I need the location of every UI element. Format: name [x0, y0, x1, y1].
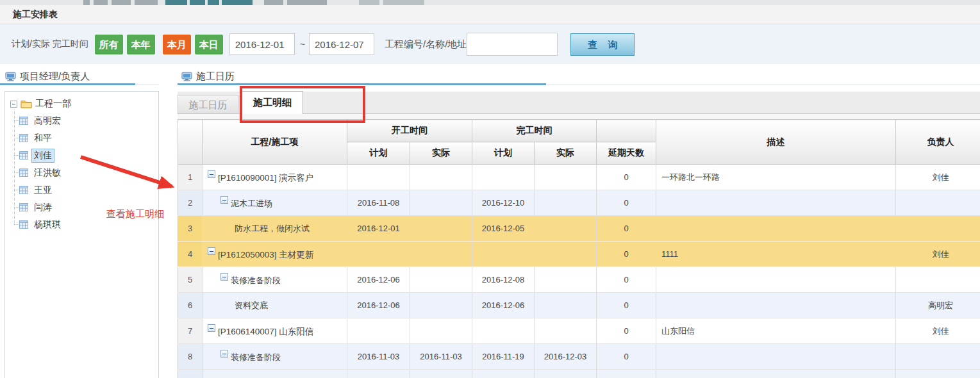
filter-all-button[interactable]: 所有 — [95, 35, 123, 54]
collapse-icon[interactable] — [208, 170, 215, 178]
tree-item-liujia[interactable]: 刘佳 — [19, 147, 158, 164]
col-header-desc: 描述 — [656, 120, 896, 165]
finish-time-filter-label: 计划/实际 完工时间 — [12, 38, 88, 50]
col-header-owner: 负责人 — [896, 120, 980, 165]
table-row[interactable]: 5 装修准备阶段 2016-12-06 2016-12-08 0 — [178, 267, 980, 293]
col-header-finish-plan: 计划 — [472, 142, 535, 165]
folder-icon — [21, 99, 32, 108]
collapse-icon[interactable] — [10, 101, 17, 108]
table-row-highlighted[interactable]: 3 防水工程，做闭水试 2016-12-01 2016-12-05 0 — [178, 216, 980, 242]
col-header-delay-spacer — [597, 120, 656, 142]
tab-construction-detail[interactable]: 施工明细 — [242, 91, 303, 114]
table-node-icon — [19, 203, 28, 211]
tree-item-gaominghong[interactable]: 高明宏 — [19, 112, 158, 129]
col-header-name: 工程/施工项 — [203, 120, 347, 165]
annotation-view-detail-text: 查看施工明细 — [106, 208, 164, 220]
filter-this-year-button[interactable]: 本年 — [127, 35, 155, 54]
col-header-start-plan: 计划 — [347, 142, 410, 165]
table-node-icon — [19, 168, 28, 177]
date-from-input[interactable] — [229, 33, 295, 55]
filter-bar: 计划/实际 完工时间 所有 本年 本月 本日 ~ 工程编号/名称/地址 查 询 — [0, 24, 980, 64]
table-node-icon — [19, 220, 28, 229]
table-header-row-1: 工程/施工项 开工时间 完工时间 描述 负责人 — [178, 120, 980, 142]
main-panel-header: 施工日历 — [181, 70, 235, 83]
table-row[interactable]: 1 [P1610090001] 演示客户 0 一环路北一环路 刘佳 — [178, 165, 980, 190]
table-row[interactable]: 2 泥木工进场 2016-11-08 2016-12-10 0 — [178, 190, 980, 216]
table-row-partial — [178, 370, 980, 378]
tree-item-wanghongmin[interactable]: 汪洪敏 — [19, 164, 158, 181]
col-header-finish-actual: 实际 — [535, 142, 597, 165]
table-node-icon — [19, 186, 28, 194]
main-panel-title: 施工日历 — [196, 70, 235, 83]
table-node-icon — [19, 134, 28, 142]
project-manager-tree: 工程一部 高明宏 和平 刘佳 汪洪敏 王亚 — [4, 91, 159, 378]
tree-item-heping[interactable]: 和平 — [19, 129, 158, 147]
main-title-underline — [178, 83, 546, 85]
tab-construction-calendar[interactable]: 施工日历 — [178, 95, 238, 113]
sidebar-title: 项目经理/负责人 — [20, 70, 90, 83]
table-node-icon — [19, 151, 28, 160]
collapse-icon[interactable] — [208, 247, 215, 255]
col-header-start-group: 开工时间 — [347, 120, 472, 142]
table-row[interactable]: 6 资料交底 2016-12-06 2016-12-06 0 高明宏 — [178, 293, 980, 318]
tree-root-department[interactable]: 工程一部 — [10, 98, 158, 110]
filter-this-month-button[interactable]: 本月 — [163, 35, 191, 54]
date-to-input[interactable] — [309, 33, 374, 55]
search-button[interactable]: 查 询 — [570, 33, 635, 56]
table-row[interactable]: 8 装修准备阶段 2016-11-03 2016-11-03 2016-11-1… — [178, 344, 980, 370]
table-row[interactable]: 7 [P1606140007] 山东阳信 0 山东阳信 刘佳 — [178, 318, 980, 344]
monitor-icon — [5, 72, 16, 81]
monitor-icon — [181, 72, 192, 81]
selected-tree-item: 刘佳 — [32, 149, 54, 162]
keyword-label: 工程编号/名称/地址 — [385, 38, 467, 51]
tabs-bar: 施工日历 施工明细 — [178, 92, 980, 114]
col-header-finish-group: 完工时间 — [472, 120, 597, 142]
tree-item-wangya[interactable]: 王亚 — [19, 181, 158, 199]
keyword-input[interactable] — [467, 33, 558, 56]
construction-detail-table: 工程/施工项 开工时间 完工时间 描述 负责人 计划 实际 计划 实际 延期天数 — [178, 119, 980, 378]
clipped-top-menubar — [0, 0, 980, 5]
date-range-separator: ~ — [300, 39, 305, 49]
tree-root-label: 工程一部 — [35, 98, 71, 110]
row-number-header — [178, 120, 203, 165]
page-title-bar: 施工安排表 — [0, 5, 980, 24]
table-node-icon — [19, 117, 28, 125]
collapse-icon[interactable] — [220, 273, 228, 281]
collapse-icon[interactable] — [220, 196, 228, 204]
sidebar-title-underline — [0, 83, 135, 85]
collapse-icon[interactable] — [220, 350, 228, 357]
construction-schedule-page: 施工安排表 计划/实际 完工时间 所有 本年 本月 本日 ~ 工程编号/名称/地… — [0, 0, 980, 378]
col-header-start-actual: 实际 — [410, 142, 472, 165]
collapse-icon[interactable] — [208, 324, 215, 332]
col-header-delay: 延期天数 — [597, 142, 656, 165]
page-title: 施工安排表 — [13, 9, 58, 21]
filter-today-button[interactable]: 本日 — [195, 35, 223, 54]
sidebar-header: 项目经理/负责人 — [5, 70, 90, 83]
table-row-highlighted[interactable]: 4 [P1612050003] 主材更新 0 1111 刘佳 — [178, 242, 980, 267]
